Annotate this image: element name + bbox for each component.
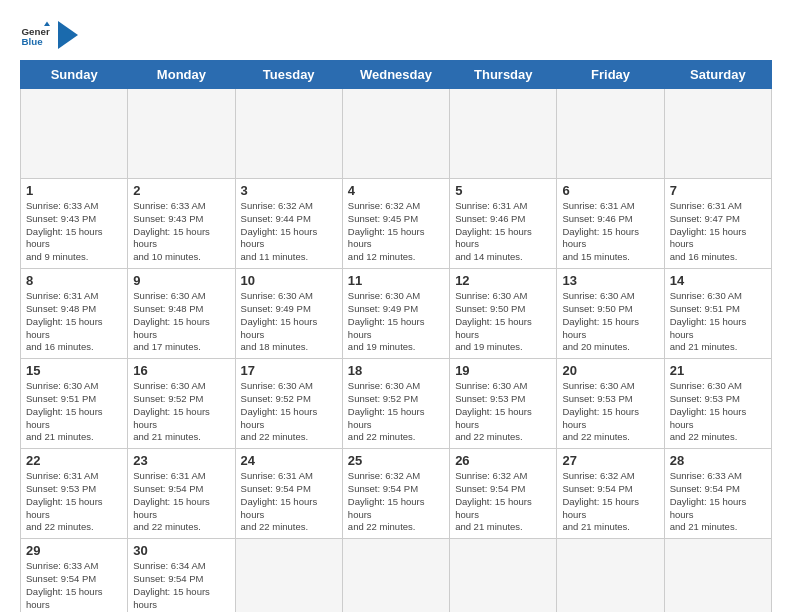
day-number: 23 [133, 453, 229, 468]
week-row-5: 22Sunrise: 6:31 AMSunset: 9:53 PMDayligh… [21, 449, 772, 539]
logo-icon: General Blue [20, 20, 50, 50]
calendar-cell-28: 28Sunrise: 6:33 AMSunset: 9:54 PMDayligh… [664, 449, 771, 539]
cell-details: Sunrise: 6:31 AMSunset: 9:46 PMDaylight:… [562, 200, 658, 264]
cell-details: Sunrise: 6:30 AMSunset: 9:51 PMDaylight:… [670, 290, 766, 354]
calendar-cell-14: 14Sunrise: 6:30 AMSunset: 9:51 PMDayligh… [664, 269, 771, 359]
cell-details: Sunrise: 6:33 AMSunset: 9:43 PMDaylight:… [133, 200, 229, 264]
cell-details: Sunrise: 6:31 AMSunset: 9:47 PMDaylight:… [670, 200, 766, 264]
cell-details: Sunrise: 6:30 AMSunset: 9:48 PMDaylight:… [133, 290, 229, 354]
cell-details: Sunrise: 6:33 AMSunset: 9:54 PMDaylight:… [26, 560, 122, 612]
cell-details: Sunrise: 6:31 AMSunset: 9:54 PMDaylight:… [133, 470, 229, 534]
cell-details: Sunrise: 6:33 AMSunset: 9:54 PMDaylight:… [670, 470, 766, 534]
calendar-cell-23: 23Sunrise: 6:31 AMSunset: 9:54 PMDayligh… [128, 449, 235, 539]
cell-details: Sunrise: 6:30 AMSunset: 9:53 PMDaylight:… [670, 380, 766, 444]
day-header-thursday: Thursday [450, 61, 557, 89]
cell-details: Sunrise: 6:33 AMSunset: 9:43 PMDaylight:… [26, 200, 122, 264]
calendar-cell-1: 1Sunrise: 6:33 AMSunset: 9:43 PMDaylight… [21, 179, 128, 269]
svg-marker-2 [44, 22, 50, 27]
cell-details: Sunrise: 6:34 AMSunset: 9:54 PMDaylight:… [133, 560, 229, 612]
page-header: General Blue [20, 20, 772, 50]
calendar-cell-empty [450, 89, 557, 179]
day-header-friday: Friday [557, 61, 664, 89]
day-number: 10 [241, 273, 337, 288]
cell-details: Sunrise: 6:31 AMSunset: 9:54 PMDaylight:… [241, 470, 337, 534]
day-number: 7 [670, 183, 766, 198]
calendar-cell-3: 3Sunrise: 6:32 AMSunset: 9:44 PMDaylight… [235, 179, 342, 269]
calendar-cell-empty [557, 89, 664, 179]
calendar-cell-16: 16Sunrise: 6:30 AMSunset: 9:52 PMDayligh… [128, 359, 235, 449]
calendar-cell-26: 26Sunrise: 6:32 AMSunset: 9:54 PMDayligh… [450, 449, 557, 539]
day-number: 30 [133, 543, 229, 558]
calendar-cell-27: 27Sunrise: 6:32 AMSunset: 9:54 PMDayligh… [557, 449, 664, 539]
day-headers-row: SundayMondayTuesdayWednesdayThursdayFrid… [21, 61, 772, 89]
calendar-table: SundayMondayTuesdayWednesdayThursdayFrid… [20, 60, 772, 612]
week-row-6: 29Sunrise: 6:33 AMSunset: 9:54 PMDayligh… [21, 539, 772, 612]
calendar-cell-9: 9Sunrise: 6:30 AMSunset: 9:48 PMDaylight… [128, 269, 235, 359]
day-header-monday: Monday [128, 61, 235, 89]
logo-arrow-icon [58, 21, 78, 49]
day-number: 18 [348, 363, 444, 378]
calendar-cell-10: 10Sunrise: 6:30 AMSunset: 9:49 PMDayligh… [235, 269, 342, 359]
day-number: 13 [562, 273, 658, 288]
logo: General Blue [20, 20, 78, 50]
day-number: 27 [562, 453, 658, 468]
day-number: 25 [348, 453, 444, 468]
calendar-cell-2: 2Sunrise: 6:33 AMSunset: 9:43 PMDaylight… [128, 179, 235, 269]
cell-details: Sunrise: 6:30 AMSunset: 9:49 PMDaylight:… [241, 290, 337, 354]
calendar-cell-25: 25Sunrise: 6:32 AMSunset: 9:54 PMDayligh… [342, 449, 449, 539]
svg-text:Blue: Blue [22, 36, 44, 47]
calendar-cell-30: 30Sunrise: 6:34 AMSunset: 9:54 PMDayligh… [128, 539, 235, 612]
calendar-cell-empty [235, 89, 342, 179]
day-number: 2 [133, 183, 229, 198]
calendar-cell-empty [557, 539, 664, 612]
week-row-4: 15Sunrise: 6:30 AMSunset: 9:51 PMDayligh… [21, 359, 772, 449]
cell-details: Sunrise: 6:30 AMSunset: 9:52 PMDaylight:… [241, 380, 337, 444]
calendar-cell-empty [21, 89, 128, 179]
calendar-cell-19: 19Sunrise: 6:30 AMSunset: 9:53 PMDayligh… [450, 359, 557, 449]
calendar-cell-empty [342, 89, 449, 179]
day-number: 11 [348, 273, 444, 288]
cell-details: Sunrise: 6:32 AMSunset: 9:54 PMDaylight:… [455, 470, 551, 534]
calendar-cell-empty [342, 539, 449, 612]
week-row-1 [21, 89, 772, 179]
cell-details: Sunrise: 6:30 AMSunset: 9:52 PMDaylight:… [348, 380, 444, 444]
day-number: 29 [26, 543, 122, 558]
calendar-cell-15: 15Sunrise: 6:30 AMSunset: 9:51 PMDayligh… [21, 359, 128, 449]
cell-details: Sunrise: 6:30 AMSunset: 9:49 PMDaylight:… [348, 290, 444, 354]
calendar-cell-20: 20Sunrise: 6:30 AMSunset: 9:53 PMDayligh… [557, 359, 664, 449]
day-number: 22 [26, 453, 122, 468]
day-number: 8 [26, 273, 122, 288]
cell-details: Sunrise: 6:30 AMSunset: 9:50 PMDaylight:… [562, 290, 658, 354]
day-number: 1 [26, 183, 122, 198]
day-number: 12 [455, 273, 551, 288]
calendar-cell-12: 12Sunrise: 6:30 AMSunset: 9:50 PMDayligh… [450, 269, 557, 359]
calendar-cell-29: 29Sunrise: 6:33 AMSunset: 9:54 PMDayligh… [21, 539, 128, 612]
cell-details: Sunrise: 6:30 AMSunset: 9:53 PMDaylight:… [455, 380, 551, 444]
calendar-cell-empty [450, 539, 557, 612]
day-number: 17 [241, 363, 337, 378]
calendar-cell-empty [664, 89, 771, 179]
calendar-cell-17: 17Sunrise: 6:30 AMSunset: 9:52 PMDayligh… [235, 359, 342, 449]
cell-details: Sunrise: 6:30 AMSunset: 9:53 PMDaylight:… [562, 380, 658, 444]
day-number: 20 [562, 363, 658, 378]
cell-details: Sunrise: 6:32 AMSunset: 9:44 PMDaylight:… [241, 200, 337, 264]
calendar-cell-4: 4Sunrise: 6:32 AMSunset: 9:45 PMDaylight… [342, 179, 449, 269]
cell-details: Sunrise: 6:32 AMSunset: 9:54 PMDaylight:… [562, 470, 658, 534]
day-number: 6 [562, 183, 658, 198]
week-row-3: 8Sunrise: 6:31 AMSunset: 9:48 PMDaylight… [21, 269, 772, 359]
day-header-wednesday: Wednesday [342, 61, 449, 89]
calendar-cell-21: 21Sunrise: 6:30 AMSunset: 9:53 PMDayligh… [664, 359, 771, 449]
calendar-cell-13: 13Sunrise: 6:30 AMSunset: 9:50 PMDayligh… [557, 269, 664, 359]
day-number: 19 [455, 363, 551, 378]
day-number: 15 [26, 363, 122, 378]
day-header-sunday: Sunday [21, 61, 128, 89]
cell-details: Sunrise: 6:31 AMSunset: 9:53 PMDaylight:… [26, 470, 122, 534]
week-row-2: 1Sunrise: 6:33 AMSunset: 9:43 PMDaylight… [21, 179, 772, 269]
cell-details: Sunrise: 6:31 AMSunset: 9:46 PMDaylight:… [455, 200, 551, 264]
calendar-cell-18: 18Sunrise: 6:30 AMSunset: 9:52 PMDayligh… [342, 359, 449, 449]
calendar-cell-empty [235, 539, 342, 612]
day-header-tuesday: Tuesday [235, 61, 342, 89]
day-header-saturday: Saturday [664, 61, 771, 89]
day-number: 14 [670, 273, 766, 288]
cell-details: Sunrise: 6:32 AMSunset: 9:45 PMDaylight:… [348, 200, 444, 264]
